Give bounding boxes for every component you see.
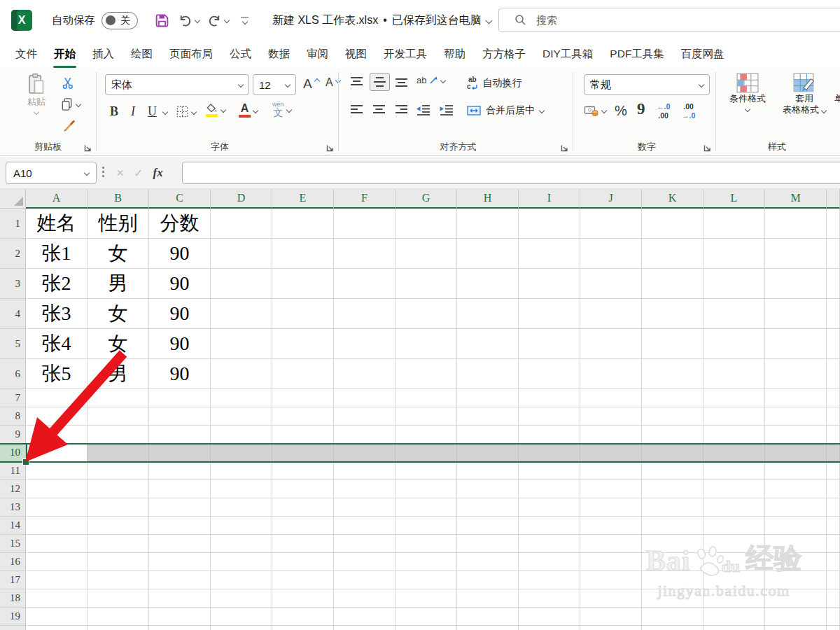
cell-J19[interactable] bbox=[580, 608, 642, 626]
cell-G5[interactable] bbox=[396, 329, 457, 359]
cell-E13[interactable] bbox=[272, 498, 334, 517]
select-all-button[interactable] bbox=[0, 189, 26, 209]
cell-M19[interactable] bbox=[765, 608, 827, 626]
cell-A9[interactable] bbox=[26, 426, 88, 444]
cell-D17[interactable] bbox=[211, 571, 272, 589]
row-header-19[interactable]: 19 bbox=[0, 608, 26, 626]
cell-J18[interactable] bbox=[580, 589, 642, 608]
cell-B11[interactable] bbox=[88, 462, 149, 480]
cell-B18[interactable] bbox=[88, 589, 149, 608]
cell-B2[interactable]: 女 bbox=[88, 239, 149, 269]
cell-E11[interactable] bbox=[272, 462, 334, 480]
chevron-down-icon[interactable] bbox=[253, 107, 258, 113]
cell-D8[interactable] bbox=[211, 407, 272, 426]
cut-button[interactable] bbox=[62, 76, 75, 90]
cell-D10[interactable] bbox=[211, 444, 272, 462]
cell-F19[interactable] bbox=[334, 608, 396, 626]
cell-L4[interactable] bbox=[704, 299, 765, 329]
cell-M2[interactable] bbox=[765, 239, 827, 269]
cell-K4[interactable] bbox=[642, 299, 704, 329]
cell-B14[interactable] bbox=[88, 517, 149, 535]
cell-G6[interactable] bbox=[396, 359, 457, 389]
cell-J17[interactable] bbox=[580, 571, 642, 589]
cell-E14[interactable] bbox=[272, 517, 334, 535]
column-header-A[interactable]: A bbox=[26, 189, 88, 209]
cell-partial[interactable] bbox=[827, 359, 840, 389]
cell-partial[interactable] bbox=[827, 329, 840, 359]
cell-L11[interactable] bbox=[704, 462, 765, 480]
fill-handle[interactable] bbox=[22, 458, 29, 465]
cell-H8[interactable] bbox=[457, 407, 519, 426]
cell-G13[interactable] bbox=[396, 498, 457, 517]
cell-I7[interactable] bbox=[519, 389, 580, 407]
cell-H15[interactable] bbox=[457, 535, 519, 553]
cell-M8[interactable] bbox=[765, 407, 827, 426]
column-header-K[interactable]: K bbox=[642, 189, 704, 209]
column-header-M[interactable]: M bbox=[765, 189, 827, 209]
cell-A18[interactable] bbox=[26, 589, 88, 608]
cell-B10[interactable] bbox=[88, 444, 149, 462]
increase-decimal-button[interactable]: ←.0 .00 bbox=[657, 103, 670, 119]
font-size-select[interactable]: 12 bbox=[253, 74, 296, 95]
cell-M13[interactable] bbox=[765, 498, 827, 517]
dialog-launcher-icon[interactable] bbox=[560, 144, 569, 153]
grow-font-button[interactable]: A bbox=[303, 76, 319, 92]
cell-G7[interactable] bbox=[396, 389, 457, 407]
cell-E9[interactable] bbox=[272, 426, 334, 444]
chevron-down-icon[interactable] bbox=[539, 108, 545, 113]
cell-H19[interactable] bbox=[457, 608, 519, 626]
redo-button[interactable] bbox=[204, 10, 231, 31]
cell-B12[interactable] bbox=[88, 480, 149, 498]
cell-A8[interactable] bbox=[26, 407, 88, 426]
row-header-18[interactable]: 18 bbox=[0, 589, 26, 608]
cell-J11[interactable] bbox=[580, 462, 642, 480]
tab-百度网盘[interactable]: 百度网盘 bbox=[673, 41, 733, 68]
cell-K10[interactable] bbox=[642, 444, 704, 462]
cell-H3[interactable] bbox=[457, 269, 519, 299]
cell-G3[interactable] bbox=[396, 269, 457, 299]
cell-M9[interactable] bbox=[765, 426, 827, 444]
cell-M15[interactable] bbox=[765, 535, 827, 553]
cell-J20[interactable] bbox=[580, 626, 642, 630]
row-header-9[interactable]: 9 bbox=[0, 426, 26, 444]
autosave-toggle[interactable]: 关 bbox=[102, 12, 138, 29]
chevron-down-icon[interactable] bbox=[601, 108, 607, 113]
chevron-down-icon[interactable] bbox=[821, 108, 827, 113]
name-box[interactable]: A10 bbox=[6, 162, 97, 184]
cell-L3[interactable] bbox=[704, 269, 765, 299]
cell-C7[interactable] bbox=[149, 389, 211, 407]
chevron-down-icon[interactable] bbox=[76, 102, 81, 107]
cell-B13[interactable] bbox=[88, 498, 149, 517]
tab-视图[interactable]: 视图 bbox=[337, 41, 375, 68]
cell-C8[interactable] bbox=[149, 407, 211, 426]
row-header-6[interactable]: 6 bbox=[0, 359, 26, 389]
cell-I17[interactable] bbox=[519, 571, 580, 589]
cell-D13[interactable] bbox=[211, 498, 272, 517]
chevron-down-icon[interactable] bbox=[84, 170, 90, 176]
tab-绘图[interactable]: 绘图 bbox=[122, 41, 161, 68]
percent-style-button[interactable]: % bbox=[615, 103, 627, 119]
cell-K11[interactable] bbox=[642, 462, 704, 480]
excel-logo-icon[interactable]: X bbox=[11, 10, 32, 31]
cell-K14[interactable] bbox=[642, 517, 704, 535]
cell-G16[interactable] bbox=[396, 553, 457, 571]
cell-J12[interactable] bbox=[580, 480, 642, 498]
cell-M6[interactable] bbox=[765, 359, 827, 389]
borders-button[interactable] bbox=[176, 105, 196, 118]
cell-A11[interactable] bbox=[26, 462, 88, 480]
cell-K16[interactable] bbox=[642, 553, 704, 571]
cell-E5[interactable] bbox=[272, 329, 334, 359]
cell-C16[interactable] bbox=[149, 553, 211, 571]
column-header-H[interactable]: H bbox=[457, 189, 519, 209]
cell-H1[interactable] bbox=[457, 209, 519, 239]
cell-partial[interactable] bbox=[827, 589, 840, 608]
format-painter-button[interactable] bbox=[62, 118, 76, 132]
decrease-indent-button[interactable] bbox=[416, 104, 431, 115]
cell-L18[interactable] bbox=[704, 589, 765, 608]
number-format-select[interactable]: 常规 bbox=[584, 74, 710, 95]
cell-I8[interactable] bbox=[519, 407, 580, 426]
chevron-down-icon[interactable] bbox=[191, 108, 197, 114]
cell-J9[interactable] bbox=[580, 426, 642, 444]
cell-E12[interactable] bbox=[272, 480, 334, 498]
increase-indent-button[interactable] bbox=[439, 104, 454, 115]
